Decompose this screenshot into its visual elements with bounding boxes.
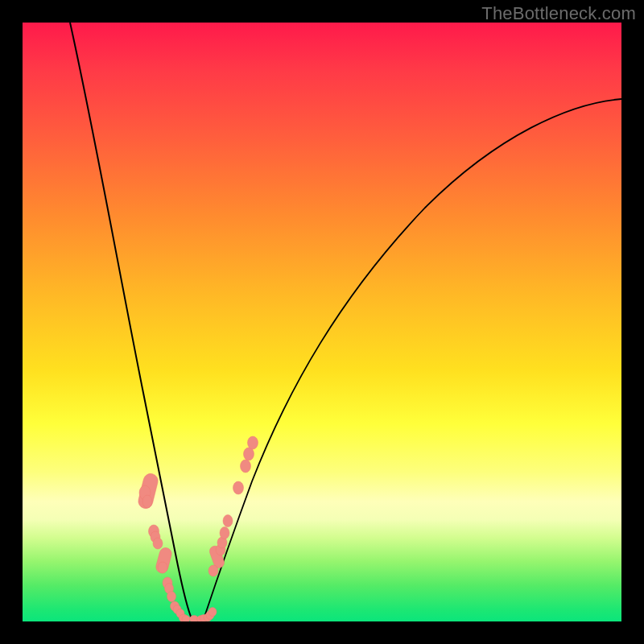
curve-left — [70, 23, 193, 621]
curve-layer — [23, 23, 621, 621]
marker-dot — [223, 515, 233, 527]
marker-dot — [248, 436, 258, 449]
marker-dot — [142, 495, 152, 508]
curve-right — [203, 99, 621, 621]
chart-frame: TheBottleneck.com — [0, 0, 644, 644]
marker-dot — [208, 608, 217, 617]
marker-dot — [182, 616, 190, 622]
marker-dot — [233, 481, 244, 494]
marker-dot — [158, 562, 167, 573]
marker-dot — [241, 460, 251, 473]
watermark-text: TheBottleneck.com — [481, 3, 636, 24]
plot-area — [23, 23, 621, 621]
marker-dot — [220, 527, 229, 539]
marker-dot — [208, 565, 218, 576]
marker-dot — [153, 538, 163, 549]
marker-dot — [244, 448, 254, 460]
marker-dot — [167, 592, 176, 602]
